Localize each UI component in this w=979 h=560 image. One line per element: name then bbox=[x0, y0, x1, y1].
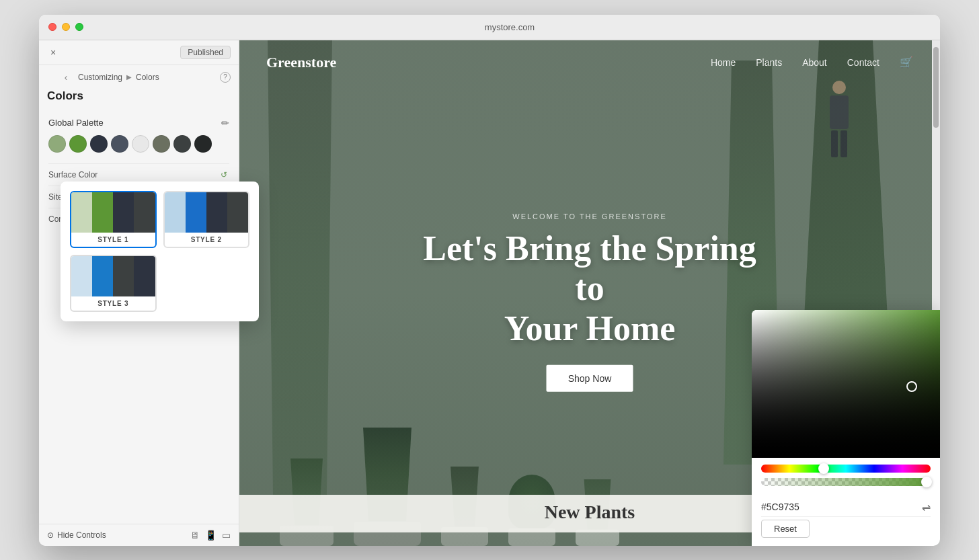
color-reset-button[interactable]: Reset bbox=[761, 520, 810, 538]
style-2-color-4 bbox=[227, 192, 248, 233]
color-picker-cursor[interactable] bbox=[906, 381, 917, 392]
global-palette-label: Global Palette bbox=[48, 118, 104, 128]
site-nav: Greenstore Home Plants About Contact 🛒 bbox=[239, 40, 940, 85]
hero-subtitle: WELCOME TO THE GREENSTORE bbox=[415, 212, 765, 220]
style-1-label: STYLE 1 bbox=[71, 233, 155, 247]
style-card-2[interactable]: STYLE 2 bbox=[163, 191, 250, 248]
global-palette-header: Global Palette ✏ bbox=[48, 118, 229, 128]
nav-about[interactable]: About bbox=[802, 57, 827, 68]
swatch-8[interactable] bbox=[194, 135, 212, 153]
site-logo: Greenstore bbox=[266, 54, 336, 71]
style-3-colors bbox=[71, 256, 155, 296]
browser-minimize-dot[interactable] bbox=[62, 23, 70, 31]
style-card-3[interactable]: STYLE 3 bbox=[70, 255, 157, 312]
surface-color-label: Surface Color bbox=[48, 170, 97, 179]
style-3-color-4 bbox=[134, 256, 155, 296]
style-2-color-1 bbox=[165, 192, 186, 233]
style-card-1[interactable]: STYLE 1 bbox=[70, 191, 157, 248]
desktop-icon[interactable]: 🖥 bbox=[190, 530, 200, 541]
style-1-colors bbox=[71, 192, 155, 233]
breadcrumb-current: Colors bbox=[136, 73, 159, 82]
color-sliders-section bbox=[752, 458, 940, 495]
style-3-color-1 bbox=[71, 256, 92, 296]
published-badge: Published bbox=[180, 46, 231, 59]
style-1-color-2 bbox=[92, 192, 113, 233]
style-1-color-3 bbox=[113, 192, 134, 233]
palette-swatches bbox=[48, 135, 229, 153]
person-illustration bbox=[819, 81, 859, 161]
panel-footer: ⊙ Hide Controls 🖥 📱 ▭ bbox=[39, 524, 239, 546]
shop-now-button[interactable]: Shop Now bbox=[547, 365, 633, 392]
opacity-slider-track[interactable] bbox=[761, 478, 931, 486]
style-1-color-1 bbox=[71, 192, 92, 233]
hero-title: Let's Bring the Spring to Your Home bbox=[415, 228, 765, 348]
hero-content: WELCOME TO THE GREENSTORE Let's Bring th… bbox=[415, 212, 765, 391]
surface-color-actions: ↺ bbox=[219, 169, 229, 180]
section-title: Colors bbox=[47, 89, 83, 103]
style-picker-popup: STYLE 1 STYLE 2 bbox=[61, 182, 259, 321]
hide-controls-icon: ⊙ bbox=[47, 530, 54, 540]
breadcrumb-parent[interactable]: Customizing bbox=[78, 73, 122, 82]
panel-close-button[interactable]: × bbox=[47, 46, 59, 58]
style-3-label: STYLE 3 bbox=[71, 296, 155, 311]
opacity-slider-thumb[interactable] bbox=[921, 477, 932, 487]
style-2-color-2 bbox=[186, 192, 206, 233]
style-1-color-4 bbox=[134, 192, 155, 233]
color-adjust-icon[interactable]: ⇌ bbox=[922, 501, 931, 514]
hero-title-line1: Let's Bring the Spring to bbox=[423, 229, 756, 307]
swatch-5[interactable] bbox=[132, 135, 149, 153]
nav-contact[interactable]: Contact bbox=[847, 57, 879, 68]
swatch-2[interactable] bbox=[69, 135, 87, 153]
hide-controls-button[interactable]: ⊙ Hide Controls bbox=[47, 530, 106, 540]
tablet-icon[interactable]: 📱 bbox=[205, 530, 217, 541]
browser-window: mystore.com × Published ‹ Customizing ▶ … bbox=[39, 15, 940, 546]
swatch-4[interactable] bbox=[111, 135, 128, 153]
hue-slider-track[interactable] bbox=[761, 465, 931, 473]
panel-section-header: Colors bbox=[39, 84, 239, 110]
style-2-color-3 bbox=[206, 192, 227, 233]
site-nav-links: Home Plants About Contact 🛒 bbox=[711, 56, 913, 69]
browser-content: × Published ‹ Customizing ▶ Colors ? Col… bbox=[39, 40, 940, 546]
browser-close-dot[interactable] bbox=[48, 23, 56, 31]
device-icons-group: 🖥 📱 ▭ bbox=[190, 530, 231, 541]
edit-palette-button[interactable]: ✏ bbox=[221, 118, 229, 128]
panel-back-button[interactable]: ‹ bbox=[59, 71, 73, 84]
style-3-color-2 bbox=[92, 256, 113, 296]
browser-titlebar: mystore.com bbox=[39, 15, 940, 40]
info-button[interactable]: ? bbox=[220, 72, 231, 83]
swatch-7[interactable] bbox=[173, 135, 191, 153]
cart-icon[interactable]: 🛒 bbox=[900, 56, 913, 69]
breadcrumb-separator: ▶ bbox=[126, 73, 132, 81]
surface-color-reset-icon[interactable]: ↺ bbox=[219, 169, 229, 180]
style-2-label: STYLE 2 bbox=[165, 233, 249, 247]
nav-home[interactable]: Home bbox=[711, 57, 736, 68]
browser-url-bar[interactable]: mystore.com bbox=[89, 22, 931, 32]
style-3-color-3 bbox=[113, 256, 134, 296]
breadcrumb-row: ‹ Customizing ▶ Colors ? bbox=[39, 65, 239, 84]
color-gradient-canvas[interactable] bbox=[752, 310, 940, 458]
browser-maximize-dot[interactable] bbox=[75, 23, 83, 31]
color-hex-input[interactable]: #5C9735 bbox=[761, 502, 828, 512]
panel-topbar: × Published bbox=[39, 40, 239, 65]
swatch-3[interactable] bbox=[90, 135, 108, 153]
hide-controls-label: Hide Controls bbox=[57, 530, 106, 540]
mobile-icon[interactable]: ▭ bbox=[222, 530, 231, 541]
hue-slider-thumb[interactable] bbox=[818, 463, 829, 474]
color-hex-row: #5C9735 ⇌ bbox=[752, 495, 940, 516]
nav-plants[interactable]: Plants bbox=[756, 57, 782, 68]
swatch-1[interactable] bbox=[48, 135, 66, 153]
style-2-colors bbox=[165, 192, 249, 233]
color-picker-popup: #5C9735 ⇌ Reset bbox=[752, 310, 940, 546]
color-picker-divider bbox=[761, 516, 931, 517]
swatch-6[interactable] bbox=[153, 135, 170, 153]
hero-title-line2: Your Home bbox=[504, 309, 676, 348]
